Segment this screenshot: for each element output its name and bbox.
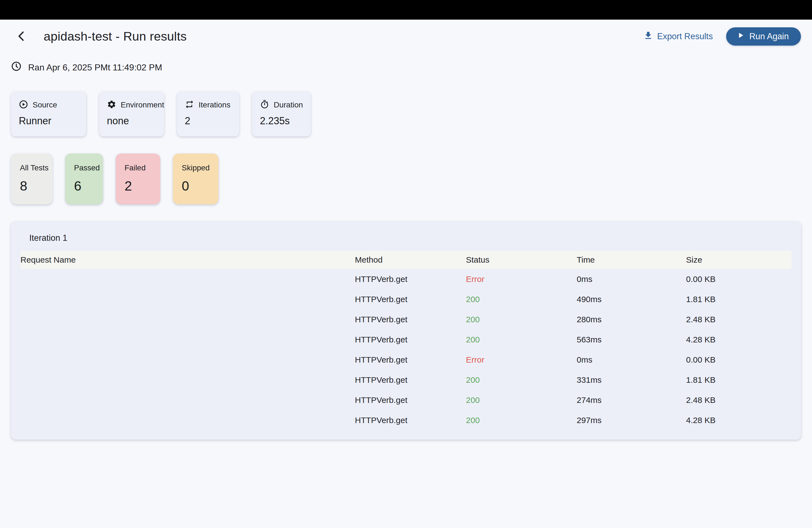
summary-card-label: Passed <box>74 163 94 172</box>
cell-status: Error <box>466 355 577 365</box>
summary-card-count: 6 <box>74 178 94 194</box>
run-timestamp: Ran Apr 6, 2025 PMt 11:49:02 PM <box>11 61 801 74</box>
info-card-header: Source <box>19 100 78 110</box>
summary-card-label: All Tests <box>20 163 44 172</box>
iteration-title: Iteration 1 <box>29 233 792 243</box>
cell-status: 200 <box>466 295 577 304</box>
cell-size: 2.48 KB <box>686 395 792 405</box>
run-timestamp-label: Ran Apr 6, 2025 PMt 11:49:02 PM <box>28 62 162 73</box>
page-title: apidash-test - Run results <box>44 29 187 44</box>
cell-size: 2.48 KB <box>686 315 792 324</box>
column-header: Time <box>577 255 686 265</box>
cell-status: 200 <box>466 315 577 324</box>
info-card-label: Source <box>33 101 57 109</box>
cell-method: HTTPVerb.get <box>355 315 466 324</box>
cell-size: 4.28 KB <box>686 335 792 344</box>
cell-status: 200 <box>466 415 577 425</box>
table-row[interactable]: HTTPVerb.get 200 563ms 4.28 KB <box>20 329 792 350</box>
summary-card: All Tests 8 <box>11 153 53 204</box>
info-card-label: Environment <box>121 101 164 109</box>
info-card-header: Environment <box>107 100 156 110</box>
timer-icon <box>260 100 269 110</box>
cell-time: 297ms <box>577 415 686 425</box>
export-results-button[interactable]: Export Results <box>643 30 713 43</box>
back-button[interactable] <box>14 29 29 44</box>
run-again-label: Run Again <box>749 31 789 41</box>
cell-method: HTTPVerb.get <box>355 275 466 284</box>
export-results-label: Export Results <box>657 31 713 41</box>
table-row[interactable]: HTTPVerb.get Error 0ms 0.00 KB <box>20 269 792 289</box>
info-card: Source Runner <box>11 91 86 136</box>
info-card-label: Duration <box>274 101 303 109</box>
summary-card-count: 8 <box>20 178 44 194</box>
summary-card-count: 2 <box>125 178 151 194</box>
table-row[interactable]: HTTPVerb.get 200 280ms 2.48 KB <box>20 309 792 329</box>
run-again-button[interactable]: Run Again <box>726 27 801 46</box>
run-info-cards: Source Runner Environment none Iteration… <box>11 91 801 136</box>
cell-status: 200 <box>466 375 577 385</box>
summary-card: Failed 2 <box>116 153 160 204</box>
info-card: Iterations 2 <box>177 91 239 136</box>
gear-icon <box>107 100 116 110</box>
results-table-header: Request Name Method Status Time Size <box>20 251 792 269</box>
cell-time: 563ms <box>577 335 686 344</box>
info-card: Environment none <box>99 91 164 136</box>
cell-status: 200 <box>466 335 577 344</box>
cell-time: 274ms <box>577 395 686 405</box>
info-card: Duration 2.235s <box>252 91 311 136</box>
cell-method: HTTPVerb.get <box>355 355 466 365</box>
iteration-results-panel: Iteration 1 Request Name Method Status T… <box>11 221 801 440</box>
info-card-header: Duration <box>260 100 303 110</box>
chevron-left-icon <box>15 30 28 43</box>
title-bar: apidash-test - Run results Export Result… <box>11 27 801 46</box>
info-card-value: 2.235s <box>260 115 303 127</box>
cell-time: 280ms <box>577 315 686 324</box>
table-row[interactable]: HTTPVerb.get Error 0ms 0.00 KB <box>20 350 792 370</box>
info-card-value: Runner <box>19 115 78 127</box>
summary-card: Passed 6 <box>65 153 103 204</box>
title-bar-actions: Export Results Run Again <box>643 27 801 46</box>
clock-icon <box>11 61 21 74</box>
summary-card-count: 0 <box>182 178 209 194</box>
cell-time: 331ms <box>577 375 686 385</box>
run-results-page: apidash-test - Run results Export Result… <box>0 27 812 440</box>
download-icon <box>643 30 653 43</box>
cell-method: HTTPVerb.get <box>355 415 466 425</box>
column-header: Status <box>466 255 577 265</box>
results-table-body: HTTPVerb.get Error 0ms 0.00 KB HTTPVerb.… <box>20 269 792 430</box>
table-row[interactable]: HTTPVerb.get 200 490ms 1.81 KB <box>20 289 792 309</box>
cell-time: 0ms <box>577 355 686 365</box>
cell-method: HTTPVerb.get <box>355 335 466 344</box>
info-card-header: Iterations <box>185 100 231 110</box>
cell-method: HTTPVerb.get <box>355 295 466 304</box>
cell-method: HTTPVerb.get <box>355 395 466 405</box>
cell-time: 0ms <box>577 275 686 284</box>
repeat-icon <box>185 100 194 110</box>
cell-status: Error <box>466 275 577 284</box>
info-card-value: none <box>107 115 156 127</box>
cell-size: 0.00 KB <box>686 355 792 365</box>
column-header: Method <box>355 255 466 265</box>
summary-card: Skipped 0 <box>173 153 218 204</box>
column-header: Request Name <box>20 255 355 265</box>
cell-size: 4.28 KB <box>686 415 792 425</box>
info-card-label: Iterations <box>199 101 230 109</box>
column-header: Size <box>686 255 792 265</box>
table-row[interactable]: HTTPVerb.get 200 274ms 2.48 KB <box>20 390 792 410</box>
cell-size: 1.81 KB <box>686 375 792 385</box>
table-row[interactable]: HTTPVerb.get 200 297ms 4.28 KB <box>20 410 792 430</box>
system-black-bar <box>0 0 812 19</box>
cell-status: 200 <box>466 395 577 405</box>
cell-size: 0.00 KB <box>686 275 792 284</box>
summary-card-label: Skipped <box>182 163 209 172</box>
table-row[interactable]: HTTPVerb.get 200 331ms 1.81 KB <box>20 370 792 390</box>
play-circle-icon <box>19 100 28 110</box>
cell-size: 1.81 KB <box>686 295 792 304</box>
info-card-value: 2 <box>185 115 231 127</box>
cell-time: 490ms <box>577 295 686 304</box>
test-summary-cards: All Tests 8 Passed 6 Failed 2 Skipped 0 <box>11 153 801 204</box>
summary-card-label: Failed <box>125 163 151 172</box>
cell-method: HTTPVerb.get <box>355 375 466 385</box>
play-icon <box>737 31 745 42</box>
